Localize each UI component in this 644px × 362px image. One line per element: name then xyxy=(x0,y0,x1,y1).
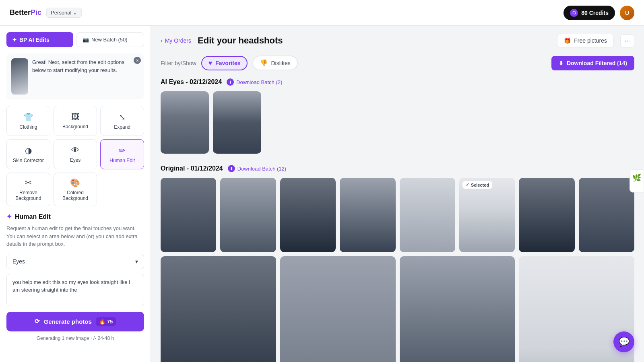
back-label: My Orders xyxy=(165,37,191,44)
edit-options-grid: 👕 Clothing 🖼 Background ⤡ Expand ◑ Skin … xyxy=(6,106,144,206)
more-options-button[interactable]: ⋯ xyxy=(620,34,634,47)
free-pictures-label: Free pictures xyxy=(574,37,607,44)
download-original-batch-button[interactable]: ⬇ Download Batch (12) xyxy=(228,165,286,172)
expand-option[interactable]: ⤡ Expand xyxy=(100,106,144,136)
photo-card[interactable] xyxy=(213,91,261,154)
personal-label: Personal xyxy=(51,10,71,16)
back-to-orders-button[interactable]: ‹ My Orders xyxy=(161,37,191,44)
download-ai-eyes-batch-button[interactable]: ⬇ Download Batch (2) xyxy=(227,78,282,86)
free-pictures-button[interactable]: 🎁 Free pictures xyxy=(557,34,614,47)
header: BetterPic Personal ⌄ ⬡ 80 Credits U xyxy=(0,0,644,26)
favorites-filter-button[interactable]: ♥ Favorites xyxy=(201,56,248,70)
chevron-down-icon: ▾ xyxy=(135,258,138,265)
side-widget-dots: ⋮ xyxy=(635,184,639,189)
background-label: Background xyxy=(62,124,88,130)
sidebar: ✦ BP AI Edits 📷 New Batch (50) Great! Ne… xyxy=(0,26,151,362)
dislikes-filter-button[interactable]: 👎 Dislikes xyxy=(252,56,297,70)
main-content: ‹ My Orders Edit your headshots 🎁 Free p… xyxy=(151,26,644,362)
human-edit-description: Request a human edit to get the final to… xyxy=(6,224,144,248)
chevron-left-icon: ‹ xyxy=(161,37,163,44)
leaf-icon: 🌿 xyxy=(632,173,641,182)
download-original-icon: ⬇ xyxy=(228,165,235,172)
human-edit-title-text: Human Edit xyxy=(15,213,51,220)
expand-icon: ⤡ xyxy=(119,112,126,122)
download-batch-icon: ⬇ xyxy=(227,78,234,86)
generating-status: Generating 1 new image +/- 24-48 h xyxy=(6,335,144,341)
credits-label: 80 Credits xyxy=(581,10,609,16)
cost-value: 75 xyxy=(107,319,113,325)
generate-label: Generate photos xyxy=(44,318,92,325)
colored-bg-option[interactable]: 🎨 Colored Background xyxy=(54,173,97,206)
camera-icon: 📷 xyxy=(83,37,89,43)
human-edit-title: ✦ Human Edit xyxy=(6,213,144,220)
ai-eyes-batch-title: AI Eyes - 02/12/2024 xyxy=(161,78,222,86)
photo-card[interactable] xyxy=(400,178,455,252)
avatar[interactable]: U xyxy=(620,6,634,20)
credits-button[interactable]: ⬡ 80 Credits xyxy=(564,6,615,20)
personal-selector[interactable]: Personal ⌄ xyxy=(46,8,82,18)
download-filtered-button[interactable]: ⬇ Download Filtered (14) xyxy=(551,56,634,70)
photo-card-selected[interactable]: ✓ Selected xyxy=(459,178,515,252)
human-edit-icon: ✏ xyxy=(119,146,126,155)
original-batch-header: Original - 01/12/2024 ⬇ Download Batch (… xyxy=(161,165,634,172)
eyes-select[interactable]: Eyes ▾ xyxy=(6,254,144,269)
sparkle-icon: ✦ xyxy=(12,37,17,43)
page-title: Edit your headshots xyxy=(198,35,551,46)
new-batch-label: New Batch (50) xyxy=(91,37,128,43)
clothing-label: Clothing xyxy=(19,124,37,130)
original-download-label: Download Batch (12) xyxy=(237,166,286,172)
chat-icon: 💬 xyxy=(619,337,630,347)
photo-card[interactable] xyxy=(280,256,396,362)
generate-cost-badge: 🔥 75 xyxy=(96,317,116,326)
fire-icon: 🔥 xyxy=(99,319,105,325)
original-photo-grid-row1: ✓ Selected xyxy=(161,178,634,252)
photo-card[interactable] xyxy=(220,178,276,252)
eyes-option[interactable]: 👁 Eyes xyxy=(54,139,97,169)
photo-preview-card: Great! Next, select from the edit option… xyxy=(6,53,144,99)
download-filtered-label: Download Filtered (14) xyxy=(567,60,627,66)
gift-icon: 🎁 xyxy=(564,37,571,44)
favorites-label: Favorites xyxy=(215,60,240,66)
skin-corrector-option[interactable]: ◑ Skin Corrector xyxy=(6,139,50,169)
photo-card[interactable] xyxy=(161,256,276,362)
prompt-textarea[interactable]: you help me edit this so my eyes look st… xyxy=(6,274,144,306)
side-widget[interactable]: 🌿 ⋮ xyxy=(630,170,644,193)
new-batch-button[interactable]: 📷 New Batch (50) xyxy=(76,32,144,47)
remove-bg-label: Remove Background xyxy=(10,190,47,201)
sidebar-top-actions: ✦ BP AI Edits 📷 New Batch (50) xyxy=(6,32,144,47)
close-preview-button[interactable]: ✕ xyxy=(134,57,141,64)
photo-card[interactable] xyxy=(161,91,209,154)
eyes-icon: 👁 xyxy=(71,146,79,155)
dislikes-label: Dislikes xyxy=(271,60,290,66)
header-right: ⬡ 80 Credits U xyxy=(564,6,634,20)
skin-icon: ◑ xyxy=(25,146,32,155)
selected-label: Selected xyxy=(471,183,489,187)
clothing-option[interactable]: 👕 Clothing xyxy=(6,106,50,136)
credits-icon: ⬡ xyxy=(570,9,578,17)
check-icon: ✓ xyxy=(466,182,469,187)
photo-card[interactable] xyxy=(519,178,574,252)
human-edit-title-icon: ✦ xyxy=(6,213,12,220)
ai-edits-button[interactable]: ✦ BP AI Edits xyxy=(6,32,73,47)
eyes-label: Eyes xyxy=(70,157,81,163)
selected-badge: ✓ Selected xyxy=(462,181,492,189)
background-icon: 🖼 xyxy=(71,112,79,121)
ai-edits-label: BP AI Edits xyxy=(19,37,50,43)
photo-card[interactable] xyxy=(161,178,216,252)
human-edit-option-label: Human Edit xyxy=(109,158,135,163)
original-batch-title: Original - 01/12/2024 xyxy=(161,165,223,172)
chat-button[interactable]: 💬 xyxy=(613,331,634,352)
filter-bar: Filter by/Show ♥ Favorites 👎 Dislikes ⬇ … xyxy=(161,56,634,70)
remove-bg-option[interactable]: ✂ Remove Background xyxy=(6,173,50,206)
photo-card[interactable] xyxy=(280,178,336,252)
photo-card[interactable] xyxy=(400,256,515,362)
filter-label: Filter by/Show xyxy=(161,60,196,66)
human-edit-section: ✦ Human Edit Request a human edit to get… xyxy=(6,213,144,341)
photo-card[interactable] xyxy=(340,178,395,252)
clothing-icon: 👕 xyxy=(23,112,33,122)
colored-bg-icon: 🎨 xyxy=(70,178,80,187)
photo-card[interactable] xyxy=(579,178,634,252)
background-option[interactable]: 🖼 Background xyxy=(54,106,97,136)
generate-photos-button[interactable]: ⟳ Generate photos 🔥 75 xyxy=(6,312,144,331)
human-edit-option[interactable]: ✏ Human Edit xyxy=(100,139,144,169)
